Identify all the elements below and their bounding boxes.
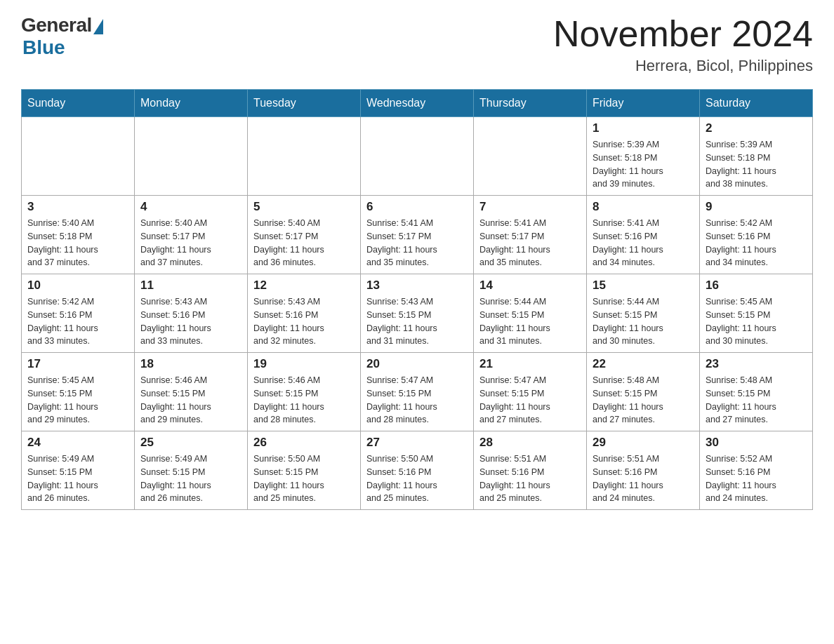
day-sun-info: Sunrise: 5:42 AMSunset: 5:16 PMDaylight:… xyxy=(27,295,128,348)
day-sun-info: Sunrise: 5:40 AMSunset: 5:17 PMDaylight:… xyxy=(253,217,355,269)
day-number: 12 xyxy=(253,279,355,293)
header-friday: Friday xyxy=(587,90,700,117)
week-row-4: 17Sunrise: 5:45 AMSunset: 5:15 PMDayligh… xyxy=(22,353,813,431)
calendar-cell: 2Sunrise: 5:39 AMSunset: 5:18 PMDaylight… xyxy=(700,117,813,196)
day-number: 10 xyxy=(27,279,128,293)
calendar-header-row: Sunday Monday Tuesday Wednesday Thursday… xyxy=(22,90,813,117)
month-year-title: November 2024 xyxy=(553,14,813,54)
calendar-cell xyxy=(248,117,361,196)
day-sun-info: Sunrise: 5:52 AMSunset: 5:16 PMDaylight:… xyxy=(706,452,807,505)
logo-general-text: General xyxy=(21,14,92,36)
calendar-cell: 1Sunrise: 5:39 AMSunset: 5:18 PMDaylight… xyxy=(587,117,700,196)
calendar-cell: 19Sunrise: 5:46 AMSunset: 5:15 PMDayligh… xyxy=(248,353,361,431)
day-sun-info: Sunrise: 5:41 AMSunset: 5:16 PMDaylight:… xyxy=(593,217,694,269)
header-saturday: Saturday xyxy=(700,90,813,117)
day-number: 1 xyxy=(593,121,694,135)
calendar-cell: 6Sunrise: 5:41 AMSunset: 5:17 PMDaylight… xyxy=(361,196,474,274)
calendar-cell: 5Sunrise: 5:40 AMSunset: 5:17 PMDaylight… xyxy=(248,196,361,274)
day-sun-info: Sunrise: 5:47 AMSunset: 5:15 PMDaylight:… xyxy=(479,374,581,427)
calendar-cell: 9Sunrise: 5:42 AMSunset: 5:16 PMDaylight… xyxy=(700,196,813,274)
day-number: 7 xyxy=(479,200,581,214)
day-sun-info: Sunrise: 5:43 AMSunset: 5:15 PMDaylight:… xyxy=(366,295,468,348)
logo: General Blue xyxy=(21,14,103,59)
week-row-2: 3Sunrise: 5:40 AMSunset: 5:18 PMDaylight… xyxy=(22,196,813,274)
calendar-table: Sunday Monday Tuesday Wednesday Thursday… xyxy=(21,89,813,510)
day-number: 18 xyxy=(140,357,241,371)
header-sunday: Sunday xyxy=(22,90,135,117)
location-subtitle: Herrera, Bicol, Philippines xyxy=(553,57,813,75)
day-sun-info: Sunrise: 5:42 AMSunset: 5:16 PMDaylight:… xyxy=(706,217,807,269)
day-sun-info: Sunrise: 5:46 AMSunset: 5:15 PMDaylight:… xyxy=(140,374,241,427)
day-number: 30 xyxy=(706,436,807,450)
day-number: 16 xyxy=(706,279,807,293)
calendar-cell: 16Sunrise: 5:45 AMSunset: 5:15 PMDayligh… xyxy=(700,274,813,353)
day-sun-info: Sunrise: 5:51 AMSunset: 5:16 PMDaylight:… xyxy=(479,452,581,505)
day-number: 27 xyxy=(366,436,468,450)
calendar-cell: 12Sunrise: 5:43 AMSunset: 5:16 PMDayligh… xyxy=(248,274,361,353)
calendar-cell: 13Sunrise: 5:43 AMSunset: 5:15 PMDayligh… xyxy=(361,274,474,353)
day-number: 20 xyxy=(366,357,468,371)
day-sun-info: Sunrise: 5:45 AMSunset: 5:15 PMDaylight:… xyxy=(27,374,128,427)
logo-blue-text: Blue xyxy=(22,36,65,59)
calendar-cell xyxy=(361,117,474,196)
calendar-cell: 20Sunrise: 5:47 AMSunset: 5:15 PMDayligh… xyxy=(361,353,474,431)
day-sun-info: Sunrise: 5:40 AMSunset: 5:18 PMDaylight:… xyxy=(27,217,128,269)
day-sun-info: Sunrise: 5:39 AMSunset: 5:18 PMDaylight:… xyxy=(593,138,694,191)
day-number: 5 xyxy=(253,200,355,214)
calendar-cell: 25Sunrise: 5:49 AMSunset: 5:15 PMDayligh… xyxy=(135,431,248,510)
calendar-cell: 11Sunrise: 5:43 AMSunset: 5:16 PMDayligh… xyxy=(135,274,248,353)
day-number: 24 xyxy=(27,436,128,450)
day-sun-info: Sunrise: 5:40 AMSunset: 5:17 PMDaylight:… xyxy=(140,217,241,269)
calendar-cell: 3Sunrise: 5:40 AMSunset: 5:18 PMDaylight… xyxy=(22,196,135,274)
day-number: 3 xyxy=(27,200,128,214)
calendar-cell: 17Sunrise: 5:45 AMSunset: 5:15 PMDayligh… xyxy=(22,353,135,431)
day-sun-info: Sunrise: 5:44 AMSunset: 5:15 PMDaylight:… xyxy=(479,295,581,348)
calendar-cell xyxy=(135,117,248,196)
calendar-cell: 27Sunrise: 5:50 AMSunset: 5:16 PMDayligh… xyxy=(361,431,474,510)
day-sun-info: Sunrise: 5:41 AMSunset: 5:17 PMDaylight:… xyxy=(479,217,581,269)
calendar-cell: 21Sunrise: 5:47 AMSunset: 5:15 PMDayligh… xyxy=(474,353,587,431)
calendar-cell: 26Sunrise: 5:50 AMSunset: 5:15 PMDayligh… xyxy=(248,431,361,510)
day-number: 11 xyxy=(140,279,241,293)
day-sun-info: Sunrise: 5:41 AMSunset: 5:17 PMDaylight:… xyxy=(366,217,468,269)
calendar-cell: 29Sunrise: 5:51 AMSunset: 5:16 PMDayligh… xyxy=(587,431,700,510)
day-number: 19 xyxy=(253,357,355,371)
day-sun-info: Sunrise: 5:45 AMSunset: 5:15 PMDaylight:… xyxy=(706,295,807,348)
calendar-cell xyxy=(474,117,587,196)
day-sun-info: Sunrise: 5:39 AMSunset: 5:18 PMDaylight:… xyxy=(706,138,807,191)
day-sun-info: Sunrise: 5:50 AMSunset: 5:15 PMDaylight:… xyxy=(253,452,355,505)
day-number: 15 xyxy=(593,279,694,293)
day-number: 23 xyxy=(706,357,807,371)
header-monday: Monday xyxy=(135,90,248,117)
day-number: 6 xyxy=(366,200,468,214)
title-block: November 2024 Herrera, Bicol, Philippine… xyxy=(553,14,813,75)
week-row-3: 10Sunrise: 5:42 AMSunset: 5:16 PMDayligh… xyxy=(22,274,813,353)
calendar-cell: 7Sunrise: 5:41 AMSunset: 5:17 PMDaylight… xyxy=(474,196,587,274)
calendar-cell: 22Sunrise: 5:48 AMSunset: 5:15 PMDayligh… xyxy=(587,353,700,431)
day-number: 14 xyxy=(479,279,581,293)
day-number: 2 xyxy=(706,121,807,135)
calendar-cell: 23Sunrise: 5:48 AMSunset: 5:15 PMDayligh… xyxy=(700,353,813,431)
day-sun-info: Sunrise: 5:46 AMSunset: 5:15 PMDaylight:… xyxy=(253,374,355,427)
calendar-cell: 18Sunrise: 5:46 AMSunset: 5:15 PMDayligh… xyxy=(135,353,248,431)
day-number: 28 xyxy=(479,436,581,450)
day-sun-info: Sunrise: 5:49 AMSunset: 5:15 PMDaylight:… xyxy=(140,452,241,505)
week-row-5: 24Sunrise: 5:49 AMSunset: 5:15 PMDayligh… xyxy=(22,431,813,510)
logo-triangle-icon xyxy=(93,19,103,34)
calendar-cell: 28Sunrise: 5:51 AMSunset: 5:16 PMDayligh… xyxy=(474,431,587,510)
day-sun-info: Sunrise: 5:48 AMSunset: 5:15 PMDaylight:… xyxy=(593,374,694,427)
day-sun-info: Sunrise: 5:48 AMSunset: 5:15 PMDaylight:… xyxy=(706,374,807,427)
header-thursday: Thursday xyxy=(474,90,587,117)
day-sun-info: Sunrise: 5:47 AMSunset: 5:15 PMDaylight:… xyxy=(366,374,468,427)
day-sun-info: Sunrise: 5:43 AMSunset: 5:16 PMDaylight:… xyxy=(140,295,241,348)
calendar-cell: 10Sunrise: 5:42 AMSunset: 5:16 PMDayligh… xyxy=(22,274,135,353)
day-number: 25 xyxy=(140,436,241,450)
day-number: 22 xyxy=(593,357,694,371)
day-number: 17 xyxy=(27,357,128,371)
calendar-cell: 15Sunrise: 5:44 AMSunset: 5:15 PMDayligh… xyxy=(587,274,700,353)
calendar-cell: 24Sunrise: 5:49 AMSunset: 5:15 PMDayligh… xyxy=(22,431,135,510)
day-sun-info: Sunrise: 5:50 AMSunset: 5:16 PMDaylight:… xyxy=(366,452,468,505)
calendar-cell: 14Sunrise: 5:44 AMSunset: 5:15 PMDayligh… xyxy=(474,274,587,353)
day-number: 9 xyxy=(706,200,807,214)
day-number: 13 xyxy=(366,279,468,293)
